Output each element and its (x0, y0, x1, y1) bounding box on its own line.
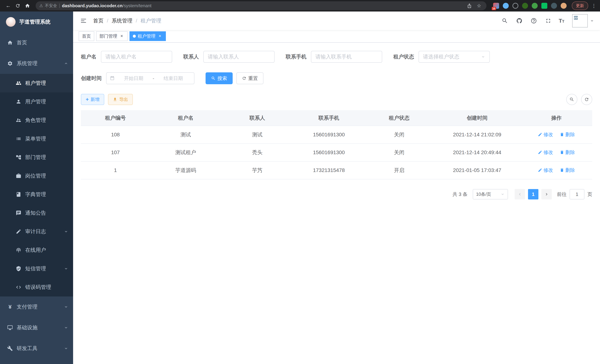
sidebar-item-error-code[interactable]: 错误码管理 (0, 278, 73, 297)
next-page-button[interactable] (541, 189, 552, 199)
divider (59, 3, 60, 8)
sidebar-item-payment[interactable]: ¥ 支付管理 (0, 297, 73, 317)
start-date-input[interactable] (116, 75, 151, 81)
goto-suffix: 页 (587, 191, 592, 198)
table-row: 1 芋道源码 芋艿 17321315478 开启 2021-01-05 17:0… (81, 161, 592, 179)
sidebar-item-system[interactable]: 系统管理 (0, 53, 73, 74)
sidebar-item-dict[interactable]: 字典管理 (0, 185, 73, 204)
browser-menu-icon[interactable]: ⋮ (591, 3, 596, 9)
delete-button[interactable]: 删除 (560, 131, 575, 138)
sidebar-collapse-icon[interactable] (79, 16, 88, 25)
sidebar-item-label: 角色管理 (25, 117, 46, 124)
delete-button[interactable]: 删除 (560, 167, 575, 173)
app-title: 芋道管理系统 (19, 18, 50, 25)
extension-icon[interactable] (503, 3, 509, 9)
chevron-down-icon (501, 192, 505, 196)
edit-button[interactable]: 修改 (538, 131, 553, 138)
pagination-jump: 前往 页 (557, 189, 592, 199)
prev-page-button[interactable] (515, 189, 525, 199)
browser-chrome: ← ⚠ 不安全 dashboard.yudao.iocoder.cn/syste… (0, 0, 600, 11)
home-icon (7, 40, 13, 46)
github-icon[interactable] (515, 17, 523, 25)
fullscreen-icon[interactable] (544, 17, 552, 25)
header-search-icon[interactable] (501, 17, 509, 25)
refresh-table-button[interactable] (581, 94, 592, 105)
screen: ← ⚠ 不安全 dashboard.yudao.iocoder.cn/syste… (0, 0, 600, 364)
phone-input[interactable] (311, 51, 382, 63)
sidebar-item-online-user[interactable]: 在线用户 (0, 241, 73, 259)
tenant-name-input[interactable] (101, 51, 172, 63)
add-button[interactable]: + 新增 (81, 94, 104, 105)
sidebar-item-devtools[interactable]: 研发工具 (0, 338, 73, 359)
sidebar-item-post[interactable]: 岗位管理 (0, 167, 73, 185)
sidebar-item-infra[interactable]: 基础设施 (0, 317, 73, 338)
help-icon[interactable] (530, 17, 538, 25)
app-logo[interactable]: 芋道管理系统 (0, 11, 73, 32)
sidebar-item-menu[interactable]: 菜单管理 (0, 130, 73, 148)
sidebar-item-role[interactable]: 角色管理 (0, 111, 73, 130)
top-navbar: 首页 / 系统管理 / 租户管理 T T (73, 11, 600, 30)
page-size-select[interactable]: 10条/页 (473, 189, 508, 199)
sidebar-item-tenant[interactable]: 租户管理 (0, 74, 73, 92)
tenant-name-cell: 测试 (150, 126, 222, 144)
share-icon[interactable] (466, 2, 473, 9)
security-label[interactable]: 不安全 (45, 3, 57, 9)
sidebar-item-user[interactable]: 用户管理 (0, 92, 73, 111)
page-number-button[interactable]: 1 (528, 189, 538, 199)
extension-icon[interactable] (512, 3, 518, 9)
sidebar-item-dept[interactable]: 部门管理 (0, 148, 73, 167)
reset-button[interactable]: 重置 (236, 72, 263, 84)
sidebar-item-notice[interactable]: 通知公告 (0, 204, 73, 222)
extension-icon[interactable] (532, 3, 538, 9)
tab-home[interactable]: 首页 (79, 31, 94, 41)
sidebar-item-home[interactable]: 首页 (0, 32, 73, 53)
close-icon[interactable]: × (157, 34, 162, 39)
status-cell: 关闭 (365, 126, 434, 144)
update-button[interactable]: 更新 (572, 1, 588, 10)
sidebar-item-audit-log[interactable]: 审计日志 (0, 222, 73, 241)
chevron-up-icon (64, 61, 68, 66)
breadcrumb-separator: / (107, 18, 108, 24)
status-select[interactable]: 请选择租户状态 (419, 51, 490, 63)
tags-view: 首页 部门管理 × 租户管理 × (73, 30, 600, 43)
contact-label: 联系人 (183, 53, 199, 60)
created-cell: 2021-12-14 20:49:44 (434, 144, 521, 161)
export-button[interactable]: 导出 (108, 94, 133, 105)
create-time-label: 创建时间 (81, 75, 102, 82)
end-date-input[interactable] (156, 75, 191, 81)
edit-button[interactable]: 修改 (538, 167, 553, 173)
pencil-icon (538, 150, 542, 155)
date-range-picker[interactable]: - (106, 72, 194, 84)
user-avatar[interactable] (572, 14, 594, 28)
book-icon (16, 191, 21, 197)
extension-icon[interactable] (551, 3, 557, 9)
delete-button[interactable]: 删除 (560, 149, 575, 156)
range-separator: - (153, 75, 154, 81)
search-button[interactable]: 搜索 (206, 72, 233, 84)
browser-profile-icon[interactable] (561, 3, 567, 9)
extension-icon[interactable] (541, 3, 547, 9)
sidebar-item-sms[interactable]: 短信管理 (0, 259, 73, 278)
back-button[interactable]: ← (4, 1, 13, 10)
breadcrumb-item-current: 租户管理 (141, 17, 161, 24)
breadcrumb-item[interactable]: 首页 (93, 17, 103, 24)
chevron-down-icon[interactable] (590, 19, 594, 23)
tenant-id-cell: 108 (81, 126, 150, 144)
font-size-icon[interactable]: T T (559, 18, 564, 24)
home-button[interactable] (23, 1, 32, 10)
extension-icon[interactable] (522, 3, 528, 9)
address-bar[interactable]: ⚠ 不安全 dashboard.yudao.iocoder.cn/system/… (36, 1, 487, 10)
close-icon[interactable]: × (119, 34, 124, 39)
tab-tenant[interactable]: 租户管理 × (130, 31, 166, 41)
bookmark-star-icon[interactable]: ☆ (475, 2, 483, 9)
edit-button[interactable]: 修改 (538, 149, 553, 156)
tab-dept[interactable]: 部门管理 × (96, 31, 128, 41)
toggle-search-button[interactable] (566, 94, 577, 105)
reload-button[interactable] (13, 1, 22, 10)
breadcrumb-separator: / (136, 18, 137, 24)
goto-page-input[interactable] (570, 189, 584, 199)
breadcrumb-item[interactable]: 系统管理 (112, 17, 132, 24)
extension-icon[interactable]: 10 (493, 3, 499, 9)
contact-input[interactable] (203, 51, 275, 63)
gear-icon (7, 60, 13, 66)
